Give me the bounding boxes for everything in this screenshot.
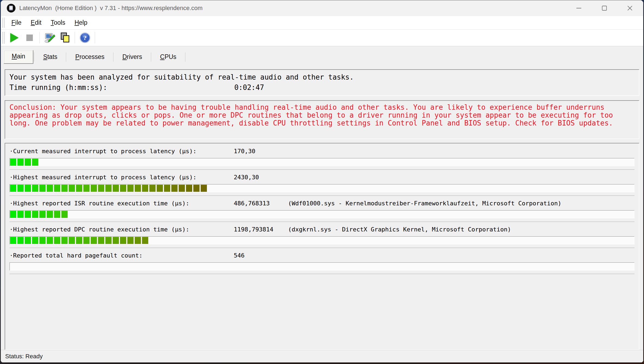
measurement-driver-info: (dxgkrnl.sys - DirectX Graphics Kernel, … xyxy=(288,225,511,234)
conclusion-panel: Conclusion: Your system appears to be ha… xyxy=(5,100,639,139)
measurement-value: 170,30 xyxy=(234,147,288,155)
titlebar: LatencyMon (Home Edition ) v 7.31 - http… xyxy=(1,0,643,16)
measurement-row-current-latency: ·Current measured interrupt to process l… xyxy=(10,144,634,170)
tab-main[interactable]: Main xyxy=(4,50,33,64)
status-text: Status: Ready xyxy=(5,353,43,360)
maximize-icon xyxy=(600,4,608,12)
menubar-gripper[interactable] xyxy=(2,18,5,27)
statusbar: Status: Ready xyxy=(1,350,643,362)
svg-text:?: ? xyxy=(83,34,87,41)
analysis-headline: Your system has been analyzed for suitab… xyxy=(10,72,634,82)
conclusion-line: long. One problem may be related to powe… xyxy=(10,119,634,127)
toolbar: ? xyxy=(1,30,643,46)
copy-report-button[interactable] xyxy=(57,31,72,45)
close-button[interactable] xyxy=(624,2,636,14)
measurement-value: 2430,30 xyxy=(234,173,288,181)
tab-separator xyxy=(151,52,151,62)
tab-stats[interactable]: Stats xyxy=(35,51,65,64)
menu-edit[interactable]: Edit xyxy=(26,18,46,27)
toolbar-separator xyxy=(39,32,40,43)
conclusion-line: Conclusion: Your system appears to be ha… xyxy=(10,103,634,111)
play-icon xyxy=(10,33,18,42)
menubar: File Edit Tools Help xyxy=(1,16,643,30)
main-content: Your system has been analyzed for suitab… xyxy=(1,64,643,350)
latency-bar xyxy=(10,262,634,271)
analysis-panel: Your system has been analyzed for suitab… xyxy=(5,69,639,96)
stop-icon xyxy=(26,34,33,41)
stop-monitor-button[interactable] xyxy=(22,31,37,45)
copy-icon xyxy=(59,32,71,44)
measurement-row-highest-latency: ·Highest measured interrupt to process l… xyxy=(10,170,634,196)
window-controls xyxy=(573,2,636,14)
tab-drivers[interactable]: Drivers xyxy=(114,51,150,64)
time-running-value: 0:02:47 xyxy=(234,82,264,93)
help-icon: ? xyxy=(79,32,91,44)
measurement-value: 546 xyxy=(234,252,288,260)
app-window: LatencyMon (Home Edition ) v 7.31 - http… xyxy=(1,0,643,363)
analyze-button[interactable] xyxy=(42,31,57,45)
menu-tools[interactable]: Tools xyxy=(46,18,70,27)
measurement-label: ·Current measured interrupt to process l… xyxy=(10,147,234,155)
measurement-row-pagefaults: ·Reported total hard pagefault count: 54… xyxy=(10,248,634,274)
tab-processes[interactable]: Processes xyxy=(67,51,112,64)
latency-bar xyxy=(10,236,634,244)
maximize-button[interactable] xyxy=(598,2,611,14)
row-divider xyxy=(10,274,634,274)
measurement-label: ·Highest reported DPC routine execution … xyxy=(10,225,234,234)
toolbar-separator xyxy=(95,32,95,43)
latency-bar xyxy=(10,184,634,192)
window-title: LatencyMon (Home Edition ) v 7.31 - http… xyxy=(19,5,203,12)
toolbar-separator xyxy=(75,32,75,43)
measurement-row-isr-time: ·Highest reported ISR routine execution … xyxy=(10,196,634,222)
toolbar-gripper[interactable] xyxy=(2,32,5,43)
tab-cpus[interactable]: CPUs xyxy=(152,51,185,64)
latency-bar xyxy=(10,210,634,218)
measurement-value: 486,768313 xyxy=(234,199,288,208)
measurements-panel: ·Current measured interrupt to process l… xyxy=(5,143,639,350)
minimize-icon xyxy=(575,4,583,12)
start-monitor-button[interactable] xyxy=(7,31,22,45)
measurement-value: 1198,793814 xyxy=(234,225,288,234)
tab-separator xyxy=(113,52,114,62)
time-running-row: Time running (h:mm:ss): 0:02:47 xyxy=(10,82,634,93)
app-icon xyxy=(7,4,15,12)
close-icon xyxy=(626,4,634,12)
menu-help[interactable]: Help xyxy=(70,18,92,27)
measurement-label: ·Highest reported ISR routine execution … xyxy=(10,199,234,208)
analyzer-icon xyxy=(44,32,56,44)
time-running-label: Time running (h:mm:ss): xyxy=(10,82,234,93)
latency-bar xyxy=(10,158,634,166)
measurement-label: ·Highest measured interrupt to process l… xyxy=(10,173,234,181)
tab-separator xyxy=(34,52,34,62)
measurement-label: ·Reported total hard pagefault count: xyxy=(10,252,234,260)
measurement-row-dpc-time: ·Highest reported DPC routine execution … xyxy=(10,222,634,248)
tab-separator xyxy=(66,52,67,62)
help-button[interactable]: ? xyxy=(77,31,93,45)
conclusion-line: appearing as drop outs, clicks or pops. … xyxy=(10,111,634,119)
tab-separator xyxy=(185,52,186,62)
menu-file[interactable]: File xyxy=(7,18,26,27)
measurement-driver-info: (Wdf01000.sys - Kernelmodustreiber-Frame… xyxy=(288,199,561,208)
tab-bar: Main Stats Processes Drivers CPUs xyxy=(1,46,643,64)
minimize-button[interactable] xyxy=(573,2,585,14)
